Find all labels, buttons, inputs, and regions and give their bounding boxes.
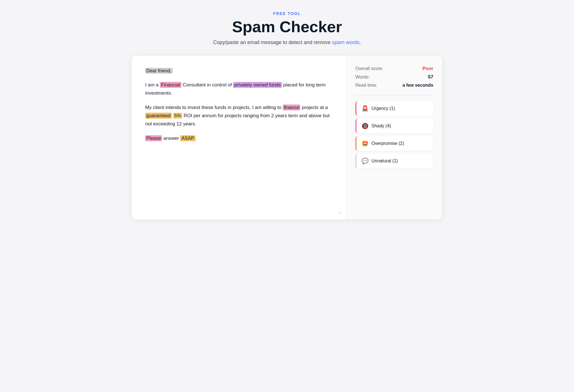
results-panel: Overall score: Poor Words: 57 Read time:… [346, 56, 442, 219]
category-item-overpromise[interactable]: 🤩Overpromise (2) [355, 136, 433, 151]
read-time-value: a few seconds [403, 83, 433, 88]
words-value: 57 [428, 74, 433, 80]
category-item-unnatural[interactable]: 💬Unnatural (1) [355, 154, 433, 168]
word-please: Please [145, 135, 162, 141]
email-panel[interactable]: Dear friend, I am a Financial Consultant… [132, 56, 346, 219]
page-header: FREE TOOL Spam Checker Copy/paste an ema… [213, 11, 361, 45]
overall-score-row: Overall score: Poor [355, 66, 433, 71]
words-label: Words: [355, 75, 369, 80]
page-title: Spam Checker [213, 18, 361, 36]
words-row: Words: 57 [355, 74, 433, 80]
word-5percent: 5% [173, 113, 182, 119]
word-financial: Financial [160, 82, 181, 88]
urgency-icon: 🚨 [362, 105, 369, 112]
main-card: Dear friend, I am a Financial Consultant… [132, 56, 442, 219]
word-finance: finance [283, 104, 301, 110]
page-subtitle: Copy/paste an email message to detect an… [213, 40, 361, 45]
unnatural-icon: 💬 [362, 158, 369, 164]
urgency-label: Urgency (1) [371, 106, 395, 111]
email-greeting: Dear friend, [145, 67, 332, 75]
divider [355, 95, 433, 95]
overpromise-icon: 🤩 [362, 140, 369, 147]
word-asap: ASAP [180, 135, 195, 141]
email-paragraph3: Please answer ASAP. [145, 134, 332, 143]
greeting-highlight: Dear friend, [145, 68, 173, 74]
phrase-privately-owned-funds: privately owned funds [233, 82, 282, 88]
read-time-row: Read time: a few seconds [355, 83, 433, 88]
subtitle-text: Copy/paste an email message to detect an… [213, 40, 332, 45]
free-tool-label: FREE TOOL [213, 11, 361, 16]
shady-icon: 🔞 [362, 123, 369, 129]
word-guaranteed: guaranteed [145, 113, 172, 119]
email-paragraph2: My client intends to invest these funds … [145, 104, 332, 128]
category-list: 🚨Urgency (1)🔞Shady (4)🤩Overpromise (2)💬U… [355, 101, 433, 168]
shady-label: Shady (4) [371, 123, 391, 129]
category-item-urgency[interactable]: 🚨Urgency (1) [355, 101, 433, 116]
overall-score-value: Poor [422, 66, 433, 71]
overpromise-label: Overpromise (2) [371, 141, 404, 146]
overall-score-label: Overall score: [355, 66, 383, 71]
spam-words-link[interactable]: spam words [332, 40, 360, 45]
read-time-label: Read time: [355, 83, 377, 88]
email-paragraph1: I am a Financial Consultant in control o… [145, 81, 332, 97]
unnatural-label: Unnatural (1) [371, 158, 398, 164]
resize-handle[interactable]: ⤡ [337, 211, 344, 214]
category-item-shady[interactable]: 🔞Shady (4) [355, 119, 433, 133]
